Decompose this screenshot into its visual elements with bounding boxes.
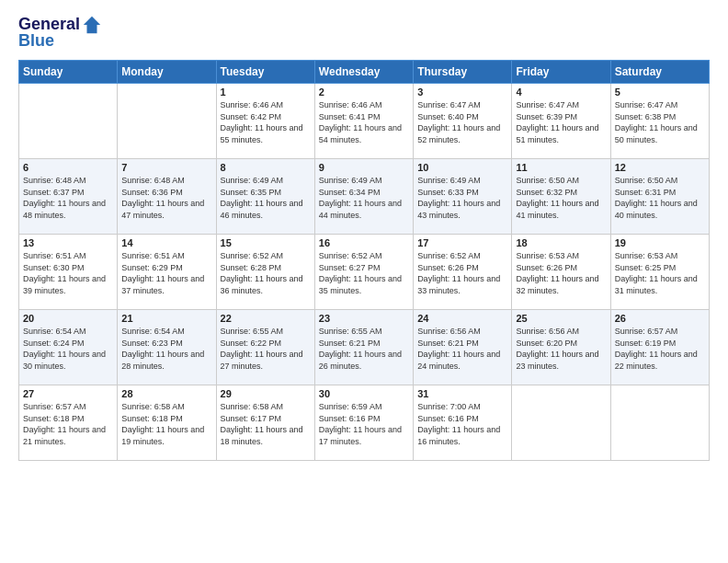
calendar-cell: 19Sunrise: 6:53 AMSunset: 6:25 PMDayligh… <box>610 235 709 310</box>
calendar-cell <box>19 84 118 159</box>
calendar-cell: 4Sunrise: 6:47 AMSunset: 6:39 PMDaylight… <box>512 84 610 159</box>
day-number: 24 <box>417 313 507 324</box>
day-number: 21 <box>121 313 211 324</box>
day-number: 28 <box>121 388 211 399</box>
calendar-cell: 24Sunrise: 6:56 AMSunset: 6:21 PMDayligh… <box>414 310 512 385</box>
day-number: 6 <box>23 162 113 173</box>
calendar-week-row: 6Sunrise: 6:48 AMSunset: 6:37 PMDaylight… <box>19 159 710 235</box>
logo: General Blue <box>18 15 102 51</box>
calendar-cell: 17Sunrise: 6:52 AMSunset: 6:26 PMDayligh… <box>414 235 512 310</box>
day-number: 5 <box>615 86 705 98</box>
day-info: Sunrise: 6:58 AMSunset: 6:17 PMDaylight:… <box>221 401 311 447</box>
day-info: Sunrise: 6:50 AMSunset: 6:31 PMDaylight:… <box>615 175 705 221</box>
calendar-cell: 20Sunrise: 6:54 AMSunset: 6:24 PMDayligh… <box>19 310 118 385</box>
day-info: Sunrise: 6:50 AMSunset: 6:32 PMDaylight:… <box>516 175 606 221</box>
calendar-cell: 15Sunrise: 6:52 AMSunset: 6:28 PMDayligh… <box>216 235 314 310</box>
day-info: Sunrise: 6:54 AMSunset: 6:24 PMDaylight:… <box>23 326 113 372</box>
weekday-header: Saturday <box>610 61 709 84</box>
day-info: Sunrise: 6:49 AMSunset: 6:33 PMDaylight:… <box>417 175 507 221</box>
calendar-cell: 29Sunrise: 6:58 AMSunset: 6:17 PMDayligh… <box>216 385 314 461</box>
day-number: 9 <box>319 162 409 173</box>
header: General Blue <box>18 15 710 51</box>
day-info: Sunrise: 6:58 AMSunset: 6:18 PMDaylight:… <box>121 401 211 447</box>
calendar-cell: 11Sunrise: 6:50 AMSunset: 6:32 PMDayligh… <box>512 159 610 235</box>
calendar-cell: 10Sunrise: 6:49 AMSunset: 6:33 PMDayligh… <box>414 159 512 235</box>
day-number: 15 <box>221 237 311 248</box>
day-number: 29 <box>221 388 311 399</box>
calendar-cell: 28Sunrise: 6:58 AMSunset: 6:18 PMDayligh… <box>118 385 216 461</box>
day-number: 10 <box>417 162 507 173</box>
day-info: Sunrise: 6:57 AMSunset: 6:19 PMDaylight:… <box>615 326 705 372</box>
day-info: Sunrise: 6:47 AMSunset: 6:39 PMDaylight:… <box>516 99 606 145</box>
day-info: Sunrise: 6:48 AMSunset: 6:36 PMDaylight:… <box>121 175 211 221</box>
day-number: 20 <box>23 313 113 324</box>
day-number: 3 <box>417 86 507 98</box>
calendar-cell: 21Sunrise: 6:54 AMSunset: 6:23 PMDayligh… <box>118 310 216 385</box>
calendar-cell: 6Sunrise: 6:48 AMSunset: 6:37 PMDaylight… <box>19 159 118 235</box>
weekday-header-row: SundayMondayTuesdayWednesdayThursdayFrid… <box>19 61 710 84</box>
weekday-header: Sunday <box>19 61 118 84</box>
calendar-cell <box>610 385 709 461</box>
calendar-cell: 8Sunrise: 6:49 AMSunset: 6:35 PMDaylight… <box>216 159 314 235</box>
day-info: Sunrise: 6:53 AMSunset: 6:26 PMDaylight:… <box>516 250 606 296</box>
calendar-cell: 25Sunrise: 6:56 AMSunset: 6:20 PMDayligh… <box>512 310 610 385</box>
calendar-cell: 13Sunrise: 6:51 AMSunset: 6:30 PMDayligh… <box>19 235 118 310</box>
day-info: Sunrise: 6:46 AMSunset: 6:41 PMDaylight:… <box>319 99 409 145</box>
calendar-cell: 3Sunrise: 6:47 AMSunset: 6:40 PMDaylight… <box>414 84 512 159</box>
calendar-cell: 14Sunrise: 6:51 AMSunset: 6:29 PMDayligh… <box>118 235 216 310</box>
calendar-cell: 27Sunrise: 6:57 AMSunset: 6:18 PMDayligh… <box>19 385 118 461</box>
day-number: 1 <box>221 86 311 98</box>
day-info: Sunrise: 6:52 AMSunset: 6:26 PMDaylight:… <box>417 250 507 296</box>
calendar-cell: 18Sunrise: 6:53 AMSunset: 6:26 PMDayligh… <box>512 235 610 310</box>
day-number: 16 <box>319 237 409 248</box>
calendar-cell: 30Sunrise: 6:59 AMSunset: 6:16 PMDayligh… <box>314 385 413 461</box>
day-number: 14 <box>121 237 211 248</box>
day-info: Sunrise: 6:57 AMSunset: 6:18 PMDaylight:… <box>23 401 113 447</box>
day-info: Sunrise: 6:56 AMSunset: 6:20 PMDaylight:… <box>516 326 606 372</box>
calendar-week-row: 1Sunrise: 6:46 AMSunset: 6:42 PMDaylight… <box>19 84 710 159</box>
calendar-cell <box>512 385 610 461</box>
calendar-cell: 22Sunrise: 6:55 AMSunset: 6:22 PMDayligh… <box>216 310 314 385</box>
day-info: Sunrise: 6:47 AMSunset: 6:40 PMDaylight:… <box>417 99 507 145</box>
day-info: Sunrise: 6:46 AMSunset: 6:42 PMDaylight:… <box>221 99 311 145</box>
day-info: Sunrise: 6:51 AMSunset: 6:29 PMDaylight:… <box>121 250 211 296</box>
day-number: 22 <box>221 313 311 324</box>
day-number: 31 <box>417 388 507 399</box>
logo-icon <box>82 15 102 35</box>
day-number: 13 <box>23 237 113 248</box>
day-number: 2 <box>319 86 409 98</box>
day-number: 11 <box>516 162 606 173</box>
day-info: Sunrise: 6:55 AMSunset: 6:22 PMDaylight:… <box>221 326 311 372</box>
page: General Blue SundayMondayTuesdayWednesda… <box>0 0 728 563</box>
day-info: Sunrise: 6:51 AMSunset: 6:30 PMDaylight:… <box>23 250 113 296</box>
weekday-header: Monday <box>118 61 216 84</box>
calendar-cell: 2Sunrise: 6:46 AMSunset: 6:41 PMDaylight… <box>314 84 413 159</box>
day-info: Sunrise: 6:48 AMSunset: 6:37 PMDaylight:… <box>23 175 113 221</box>
day-number: 4 <box>516 86 606 98</box>
calendar-cell: 7Sunrise: 6:48 AMSunset: 6:36 PMDaylight… <box>118 159 216 235</box>
calendar-cell: 31Sunrise: 7:00 AMSunset: 6:16 PMDayligh… <box>414 385 512 461</box>
calendar-cell: 23Sunrise: 6:55 AMSunset: 6:21 PMDayligh… <box>314 310 413 385</box>
calendar-cell: 26Sunrise: 6:57 AMSunset: 6:19 PMDayligh… <box>610 310 709 385</box>
day-info: Sunrise: 6:56 AMSunset: 6:21 PMDaylight:… <box>417 326 507 372</box>
calendar-week-row: 13Sunrise: 6:51 AMSunset: 6:30 PMDayligh… <box>19 235 710 310</box>
weekday-header: Tuesday <box>216 61 314 84</box>
calendar-cell <box>118 84 216 159</box>
calendar-cell: 12Sunrise: 6:50 AMSunset: 6:31 PMDayligh… <box>610 159 709 235</box>
weekday-header: Thursday <box>414 61 512 84</box>
day-info: Sunrise: 7:00 AMSunset: 6:16 PMDaylight:… <box>417 401 507 447</box>
day-number: 17 <box>417 237 507 248</box>
day-number: 26 <box>615 313 705 324</box>
day-number: 12 <box>615 162 705 173</box>
day-info: Sunrise: 6:52 AMSunset: 6:27 PMDaylight:… <box>319 250 409 296</box>
day-info: Sunrise: 6:52 AMSunset: 6:28 PMDaylight:… <box>221 250 311 296</box>
calendar-cell: 16Sunrise: 6:52 AMSunset: 6:27 PMDayligh… <box>314 235 413 310</box>
calendar-cell: 1Sunrise: 6:46 AMSunset: 6:42 PMDaylight… <box>216 84 314 159</box>
calendar-week-row: 20Sunrise: 6:54 AMSunset: 6:24 PMDayligh… <box>19 310 710 385</box>
day-info: Sunrise: 6:47 AMSunset: 6:38 PMDaylight:… <box>615 99 705 145</box>
day-info: Sunrise: 6:53 AMSunset: 6:25 PMDaylight:… <box>615 250 705 296</box>
day-number: 30 <box>319 388 409 399</box>
day-number: 18 <box>516 237 606 248</box>
calendar: SundayMondayTuesdayWednesdayThursdayFrid… <box>18 60 710 461</box>
day-info: Sunrise: 6:55 AMSunset: 6:21 PMDaylight:… <box>319 326 409 372</box>
